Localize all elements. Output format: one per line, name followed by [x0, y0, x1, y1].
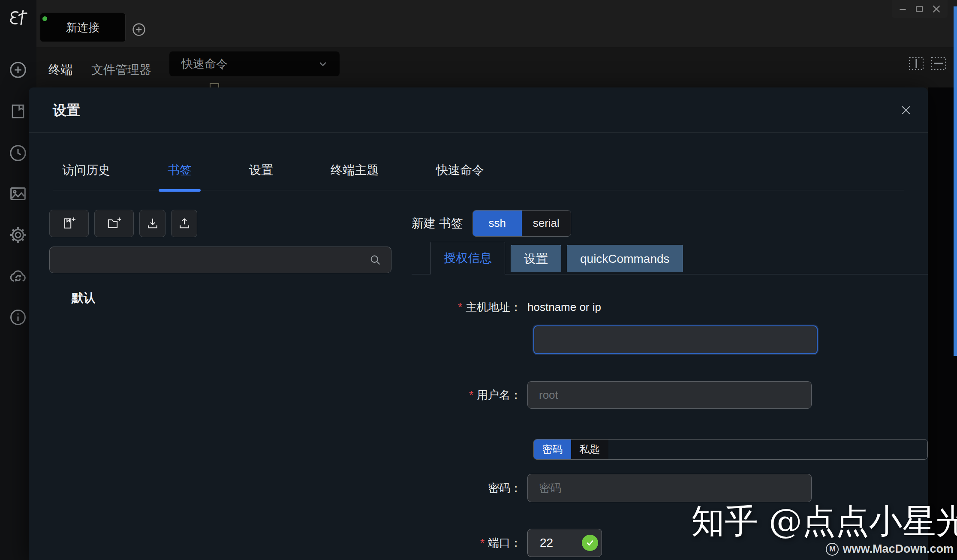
host-label: *主机地址： [412, 300, 527, 315]
settings-modal: 设置 访问历史 书签 设置 终端主题 快速命令 [29, 87, 928, 560]
password-input[interactable] [527, 474, 812, 502]
quick-commands-placeholder: 快速命令 [181, 56, 316, 72]
gear-icon[interactable] [8, 225, 28, 245]
export-upload-button[interactable] [171, 210, 197, 237]
plus-circle-icon[interactable] [8, 60, 28, 80]
tab-quick-commands[interactable]: 快速命令 [436, 150, 484, 190]
close-icon[interactable] [930, 3, 942, 15]
info-circle-icon[interactable] [8, 307, 28, 328]
subtab-settings[interactable]: 设置 [511, 245, 561, 272]
tab-terminal-themes[interactable]: 终端主题 [331, 150, 379, 190]
auth-method-toggle: 密码 私匙 [533, 439, 928, 460]
username-label: *用户名： [412, 388, 527, 403]
layout-buttons [908, 57, 947, 70]
auth-password-option[interactable]: 密码 [534, 440, 571, 459]
bookmarks-toolbar [49, 210, 392, 237]
editor-subtabs: 授权信息 设置 quickCommands [412, 242, 928, 274]
header-divider [29, 132, 928, 132]
import-download-button[interactable] [139, 210, 166, 237]
port-valid-check-icon [582, 535, 598, 551]
type-serial-option[interactable]: serial [522, 211, 571, 236]
connection-tab[interactable]: 新连接 [40, 13, 126, 42]
host-input[interactable] [533, 325, 818, 354]
port-value: 22 [540, 536, 553, 550]
image-icon[interactable] [8, 184, 28, 204]
watermark-site-url: www.MacDown.com [843, 542, 954, 556]
split-vertical-icon[interactable] [908, 57, 924, 70]
watermark-site: M www.MacDown.com [826, 542, 954, 556]
host-hint: hostname or ip [527, 301, 601, 314]
chevron-down-icon [316, 57, 329, 70]
subtab-auth-info[interactable]: 授权信息 [430, 242, 505, 274]
maximize-icon[interactable] [914, 3, 925, 15]
tab-access-history[interactable]: 访问历史 [62, 150, 110, 190]
macdown-logo-icon: M [826, 543, 839, 556]
modal-title: 设置 [53, 101, 80, 120]
required-marker: * [458, 301, 462, 313]
cloud-sync-icon[interactable] [8, 266, 28, 287]
watermark-brand: 知乎 @点点小星光 [691, 499, 957, 544]
new-bookmark-button[interactable] [49, 210, 89, 237]
bookmark-group-default[interactable]: 默认 [72, 290, 392, 306]
modal-close-icon[interactable] [900, 104, 912, 117]
auth-private-key-option[interactable]: 私匙 [571, 440, 608, 459]
titlebar: 新连接 [36, 0, 957, 47]
connection-tab-label: 新连接 [66, 20, 99, 35]
port-input[interactable]: 22 [527, 529, 602, 557]
main-navbar: 终端 文件管理器 快速命令 [36, 47, 957, 87]
history-clock-icon[interactable] [8, 143, 28, 163]
bookmark-type-toggle: ssh serial [472, 210, 571, 237]
window-controls [892, 0, 948, 18]
app-logo-icon [0, 9, 36, 29]
terminal-background [928, 87, 957, 560]
password-label: 密码： [412, 481, 527, 496]
new-bookmark-label: 新建 书签 [412, 215, 463, 232]
tab-bookmarks[interactable]: 书签 [168, 150, 192, 190]
scrollbar[interactable] [954, 6, 957, 356]
tab-terminal[interactable]: 终端 [48, 62, 72, 78]
bookmark-search-input[interactable] [49, 247, 391, 273]
subtab-quickcommands[interactable]: quickCommands [567, 245, 683, 272]
quick-commands-select[interactable]: 快速命令 [169, 51, 340, 76]
add-tab-button[interactable] [132, 22, 146, 37]
port-label: *端口： [412, 536, 527, 551]
settings-tabbar: 访问历史 书签 设置 终端主题 快速命令 [53, 150, 904, 190]
tab-file-manager[interactable]: 文件管理器 [91, 62, 151, 78]
bookmark-icon[interactable] [8, 101, 28, 121]
tab-settings[interactable]: 设置 [249, 150, 273, 190]
username-input[interactable] [527, 381, 812, 409]
minimize-icon[interactable] [897, 3, 909, 15]
new-folder-button[interactable] [94, 210, 134, 237]
bookmarks-panel: 默认 [49, 210, 392, 306]
connection-status-dot [42, 16, 47, 21]
split-horizontal-icon[interactable] [930, 57, 947, 70]
type-ssh-option[interactable]: ssh [473, 211, 522, 236]
